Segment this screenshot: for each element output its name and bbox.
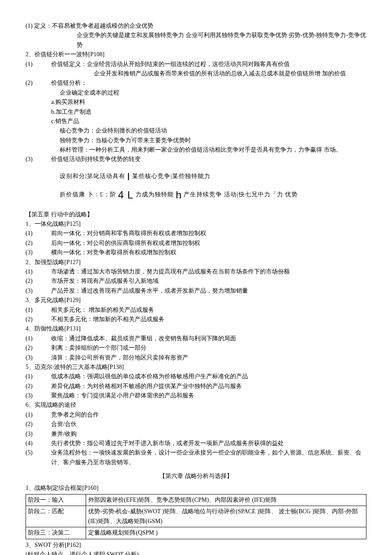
table-row: 阶段三：决策二定量战略规划矩阵(QSPM ): [26, 527, 366, 539]
line: (1) 定义：不容易被竞争者超越或模仿的企业优势: [26, 21, 366, 31]
chapter-title: 【第五章 行动中的战略】: [26, 210, 366, 219]
line: 核心竞争力：企业特别擅长的价值链活动: [26, 126, 366, 135]
list-item: (1)前向一体化：对分销商和零售商取得所有权或者增加控制权: [26, 229, 366, 238]
list-item: (1)价值链定义：企业经营活动从开始到结束的一组连续的过程，这些活动共同对顾客具…: [26, 60, 366, 69]
list-item: (1)收缩：通过降低成本、裁员或资产重组，改变销售额与利润下降的局面: [26, 334, 366, 343]
cell: 阶段三：决策二: [26, 527, 86, 539]
list-item: (1)相关多元化： 增加新的相关产品或服务: [26, 305, 366, 315]
chapter-title: 【第六章 战略分析与选择】: [26, 472, 366, 481]
list-item: (2)差异化战略：为对价格相对不敏感的用户提供某产业中独特的产品与服务: [26, 382, 366, 391]
list-item: (2)后向一体化：对公司的供应商取得所有权或者增加控制权: [26, 239, 366, 248]
table-row: 阶段一：输入外部因素评价(EFE)矩阵、竞争态势矩阵(CPM)、内部因素评价 (…: [26, 494, 366, 506]
line: 独特竞争力：当核心竞争力可带来主要竞争优势时: [26, 136, 366, 145]
line: 企业竞争的关键是建立和发展独特竞争力 企业可利用其独特竞争力获取竞争优势 劣势-…: [26, 31, 366, 50]
list-item: (2)市场开发：将现有产品或服务引入新地域: [26, 276, 366, 286]
list-item: (3)清算：卖掉公司所有资产，部分地区只卖掉有形资产: [26, 353, 366, 362]
line: 企业开发和推销产品或服务而带来价值的所有活动的总收入减去总成本就是价值链所增 加…: [26, 69, 366, 78]
list-item: (2)剥离：卖掉组织的一个部门或一部分: [26, 343, 366, 353]
garbled-text: 折价值康 卜：£；阶 4 L 力成为独特能 h 产生持续竞争 活动|快七兄中力「…: [26, 187, 366, 203]
list-item: (3)产品开发：通过改善现有产品或服务水平，或者开发新产品，努力增加销量: [26, 286, 366, 296]
line: c.销售产品: [26, 117, 366, 126]
heading: 2、价值链分析一一波特[P108]: [26, 50, 366, 59]
garbled-text: 设别和分|第叱活动具有 I 某些核心竞争|某些独特能力: [26, 169, 366, 185]
framework-table: 阶段一：输入外部因素评价(EFE)矩阵、竞争态势矩阵(CPM)、内部因素评价 (…: [26, 494, 366, 539]
cell: 阶段一：输入: [26, 494, 86, 506]
list-item: (4)先行者优势：指公司通过先于对手进入新市场，或者开发一项新产品或服务所获得的…: [26, 439, 366, 448]
cell: 定量战略规划矩阵(QSPM ): [86, 527, 366, 539]
list-item: (1)低成本战略：强调以很低的单位成本价格为价格敏感用户生产标准化的产品: [26, 372, 366, 381]
list-item: (3)横向一体化：对竞争者取得所有权或增加控制权: [26, 248, 366, 257]
list-item: (5)业务流程外包：一项快速发展的新业务，设计一些企业承接另一些企业的职能业务，…: [26, 448, 366, 467]
heading: 1、战略制定综合框架[P160]: [26, 483, 366, 493]
heading: 4、防御性战略[P131]: [26, 324, 366, 334]
heading: 3、多元化战略[P129]: [26, 296, 366, 305]
table-row: 阶段二：匹配优势-劣势-机会-威胁(SWOT )矩阵、战略地位与行动评价(SPA…: [26, 506, 366, 527]
list-item: (2)不相关多元化：增加新的不相关产品或服务: [26, 315, 366, 324]
heading: 3、SWOT 分析[P162]: [26, 541, 366, 550]
line: 企业确定全成本的过程: [26, 88, 366, 98]
line: a.购买原材料: [26, 98, 366, 107]
list-item: (2)合资/合伙: [26, 420, 366, 429]
cell: 优势-劣势-机会-威胁(SWOT )矩阵、战略地位与行动评价(SPACE )矩阵…: [86, 506, 366, 527]
list-item: (2)价值链分析：: [26, 78, 366, 88]
list-item: (1)竞争者之间的合作: [26, 410, 366, 420]
heading: 2、加强型战略[P127]: [26, 258, 366, 267]
cell: 外部因素评价(EFE)矩阵、竞争态势矩阵(CPM)、内部因素评价 (IFE)矩阵: [86, 494, 366, 506]
line: 标杆管理：一种分析工具，用来判断一家企业的价值链活动相比竞争对手是否具有竞争力，…: [26, 145, 366, 155]
heading: 6、实现战略的途径: [26, 400, 366, 410]
list-item: (1)市场渗透：通过加大市场营销力度，努力提高现有产品或服务在当前市场条件下的市…: [26, 267, 366, 276]
line: b.加工生产制造: [26, 107, 366, 117]
heading: 1、一体化战略[P125]: [26, 219, 366, 229]
list-item: (3)价值链活动到持续竞争优势的转变: [26, 155, 366, 164]
list-item: (3)聚焦战略：专门提供满足小用户群体需求的产品和服务: [26, 391, 366, 400]
heading: 5、迈克尔·波特的三大基本战略[P138]: [26, 362, 366, 372]
line: (针对个人特点，进行个人求职 SWOT 分析): [26, 550, 366, 555]
list-item: (3)兼并/收购: [26, 429, 366, 439]
cell: 阶段二：匹配: [26, 506, 86, 527]
